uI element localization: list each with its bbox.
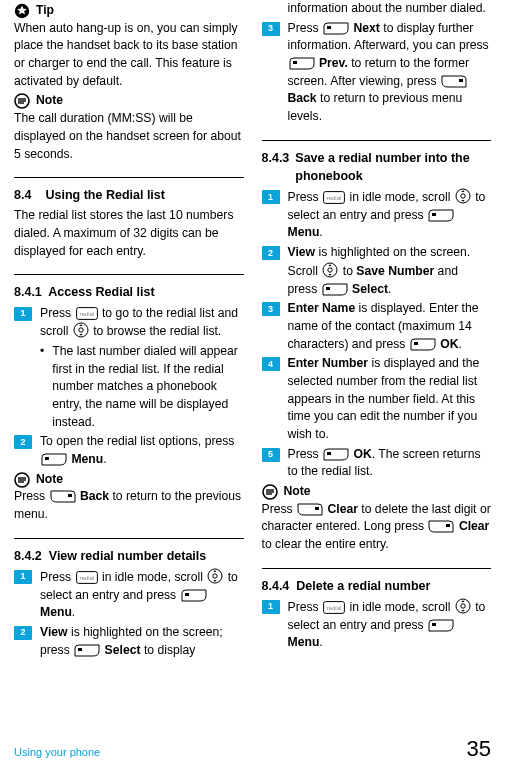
heading-title: Using the Redial list bbox=[45, 188, 164, 202]
softkey-right-icon bbox=[50, 490, 76, 503]
heading-number: 8.4.2 bbox=[14, 549, 42, 563]
step: 1 Press to go to the redial list and scr… bbox=[14, 305, 244, 341]
step-number-badge: 2 bbox=[262, 246, 280, 260]
nav-key-icon bbox=[455, 598, 471, 614]
softkey-right-icon bbox=[428, 520, 454, 533]
s84-body: The redial list stores the last 10 numbe… bbox=[14, 207, 244, 260]
step-number-badge: 1 bbox=[262, 600, 280, 614]
heading-number: 8.4.1 bbox=[14, 285, 42, 299]
tip-label: Tip bbox=[36, 2, 54, 20]
step-number-badge: 2 bbox=[14, 435, 32, 449]
nav-key-icon bbox=[73, 322, 89, 338]
step-body: Press to go to the redial list and scrol… bbox=[40, 305, 244, 341]
heading-title: Save a redial number into the phonebook bbox=[295, 149, 491, 185]
note-icon bbox=[262, 484, 278, 500]
step: 5 Press OK. The screen returns to the re… bbox=[262, 446, 492, 481]
bullet-dot: • bbox=[40, 343, 44, 431]
step-body: To open the redial list options, press M… bbox=[40, 433, 244, 468]
bullet: • The last number dialed will appear fir… bbox=[40, 343, 244, 431]
softkey-left-icon bbox=[410, 338, 436, 351]
redial-key-icon bbox=[76, 571, 98, 584]
tip-body: When auto hang-up is on, you can simply … bbox=[14, 20, 244, 91]
heading-8-4: 8.4 Using the Redial list bbox=[14, 186, 244, 204]
divider bbox=[14, 274, 244, 275]
right-column: information about the number dialed. 3 P… bbox=[262, 0, 492, 661]
step-number-badge: 4 bbox=[262, 357, 280, 371]
note-icon bbox=[14, 472, 30, 488]
bullet-body: The last number dialed will appear first… bbox=[52, 343, 243, 431]
heading-8-4-4: 8.4.4 Delete a redial number bbox=[262, 577, 492, 595]
step-body: View is highlighted on the screen. Scrol… bbox=[288, 244, 492, 298]
softkey-left-icon bbox=[323, 448, 349, 461]
note-block-2: Note bbox=[14, 471, 244, 489]
note3-body: Press Clear to delete the last digit or … bbox=[262, 501, 492, 554]
heading-number: 8.4.3 bbox=[262, 149, 290, 185]
step-number-badge: 3 bbox=[262, 22, 280, 36]
softkey-left-icon bbox=[41, 453, 67, 466]
divider bbox=[14, 177, 244, 178]
redial-key-icon bbox=[76, 307, 98, 320]
heading-title: Delete a redial number bbox=[296, 579, 430, 593]
note-label: Note bbox=[36, 471, 63, 489]
step-number-badge: 3 bbox=[262, 302, 280, 316]
note-icon bbox=[14, 93, 30, 109]
note-block-1: Note bbox=[14, 92, 244, 110]
heading-number: 8.4 bbox=[14, 186, 42, 204]
note-label: Note bbox=[284, 483, 311, 501]
heading-8-4-2: 8.4.2 View redial number details bbox=[14, 547, 244, 565]
step: 1 Press in idle mode, scroll to select a… bbox=[14, 568, 244, 622]
step: 1 Press in idle mode, scroll to select a… bbox=[262, 598, 492, 652]
step-body: Press in idle mode, scroll to select an … bbox=[40, 568, 244, 622]
left-column: Tip When auto hang-up is on, you can sim… bbox=[14, 0, 244, 661]
softkey-left-icon bbox=[428, 209, 454, 222]
divider bbox=[262, 140, 492, 141]
step-number-badge: 2 bbox=[14, 626, 32, 640]
step-body: View is highlighted on the screen; press… bbox=[40, 624, 244, 659]
softkey-left-icon bbox=[74, 644, 100, 657]
step: 3 Press Next to display further informat… bbox=[262, 20, 492, 126]
step-body: Enter Number is displayed and the select… bbox=[288, 355, 492, 443]
divider bbox=[14, 538, 244, 539]
step-number-badge: 5 bbox=[262, 448, 280, 462]
step-number-badge: 1 bbox=[262, 190, 280, 204]
step-number-badge: 1 bbox=[14, 570, 32, 584]
step-number-badge: 1 bbox=[14, 307, 32, 321]
nav-key-icon bbox=[207, 568, 223, 584]
note2-body: Press Back to return to the previous men… bbox=[14, 488, 244, 523]
heading-title: View redial number details bbox=[49, 549, 206, 563]
star-icon bbox=[14, 3, 30, 19]
nav-key-icon bbox=[322, 262, 338, 278]
nav-key-icon bbox=[455, 188, 471, 204]
softkey-left-icon bbox=[428, 619, 454, 632]
softkey-right-icon bbox=[297, 503, 323, 516]
step: 2 View is highlighted on the screen. Scr… bbox=[262, 244, 492, 298]
step: 2 View is highlighted on the screen; pre… bbox=[14, 624, 244, 659]
softkey-left-icon bbox=[323, 22, 349, 35]
step: 3 Enter Name is displayed. Enter the nam… bbox=[262, 300, 492, 353]
step-body: Press in idle mode, scroll to select an … bbox=[288, 188, 492, 242]
step: 1 Press in idle mode, scroll to select a… bbox=[262, 188, 492, 242]
tip-block: Tip bbox=[14, 2, 244, 20]
softkey-left-icon bbox=[181, 589, 207, 602]
heading-8-4-1: 8.4.1 Access Redial list bbox=[14, 283, 244, 301]
softkey-right-icon bbox=[441, 75, 467, 88]
note-block-3: Note bbox=[262, 483, 492, 501]
page-number: 35 bbox=[467, 733, 491, 765]
redial-key-icon bbox=[323, 601, 345, 614]
step: 2 To open the redial list options, press… bbox=[14, 433, 244, 468]
redial-key-icon bbox=[323, 191, 345, 204]
softkey-left-icon bbox=[289, 57, 315, 70]
note-label: Note bbox=[36, 92, 63, 110]
step-body: Enter Name is displayed. Enter the name … bbox=[288, 300, 492, 353]
step-body: Press in idle mode, scroll to select an … bbox=[288, 598, 492, 652]
softkey-left-icon bbox=[322, 283, 348, 296]
page-footer: Using your phone 35 bbox=[14, 733, 491, 765]
step-body: Press Next to display further informatio… bbox=[288, 20, 492, 126]
step-body: Press OK. The screen returns to the redi… bbox=[288, 446, 492, 481]
step: 4 Enter Number is displayed and the sele… bbox=[262, 355, 492, 443]
divider bbox=[262, 568, 492, 569]
footer-left: Using your phone bbox=[14, 745, 100, 761]
heading-title: Access Redial list bbox=[48, 285, 154, 299]
heading-8-4-3: 8.4.3 Save a redial number into the phon… bbox=[262, 149, 492, 185]
heading-number: 8.4.4 bbox=[262, 579, 290, 593]
